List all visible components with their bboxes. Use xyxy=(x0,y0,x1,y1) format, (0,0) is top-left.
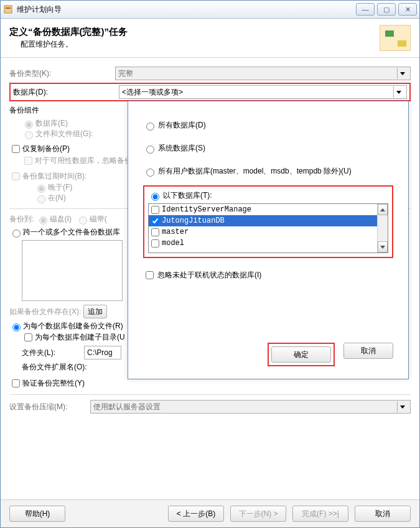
db-row: IdentityServerManage xyxy=(149,204,388,215)
header-title: 定义“备份数据库(完整)”任务 xyxy=(9,26,380,38)
expire-on-radio xyxy=(37,195,45,203)
disk-radio xyxy=(39,216,47,225)
minimize-button[interactable]: — xyxy=(356,3,375,16)
db-row: model xyxy=(149,238,388,249)
close-button[interactable]: ✕ xyxy=(398,3,417,16)
modal-cancel-button[interactable]: 取消 xyxy=(343,343,393,359)
tape-radio xyxy=(79,216,87,225)
these-db-radio[interactable] xyxy=(151,193,159,201)
db-row: master xyxy=(149,226,388,238)
all-db-radio[interactable] xyxy=(146,123,154,131)
chevron-down-icon xyxy=(397,68,408,79)
header-icon xyxy=(380,25,411,51)
header-subtitle: 配置维护任务。 xyxy=(21,39,380,50)
database-selector-dialog: 所有数据库(D) 系统数据库(S) 所有用户数据库(master、model、m… xyxy=(128,101,409,379)
sys-db-radio[interactable] xyxy=(146,146,154,154)
scrollbar[interactable] xyxy=(377,204,388,252)
user-db-radio[interactable] xyxy=(146,169,154,177)
per-db-dir-check[interactable] xyxy=(24,333,32,341)
db-check[interactable] xyxy=(151,206,159,214)
titlebar: 维护计划向导 — ▢ ✕ xyxy=(1,1,419,19)
backup-type-label: 备份类型(K): xyxy=(9,68,115,79)
app-icon xyxy=(3,4,13,14)
database-list[interactable]: IdentityServerManage JutongJituanDB mast… xyxy=(148,203,388,253)
svg-rect-0 xyxy=(4,6,12,13)
expire-check xyxy=(12,172,20,180)
compress-label: 设置备份压缩(M): xyxy=(9,402,90,412)
scroll-up-icon[interactable] xyxy=(378,204,388,215)
if-exists-label: 如果备份文件存在(X): xyxy=(9,307,81,317)
db-check[interactable] xyxy=(151,239,159,248)
ok-button[interactable]: 确定 xyxy=(271,346,331,363)
compress-combo: 使用默认服务器设置 xyxy=(90,400,411,414)
copy-only-check[interactable] xyxy=(12,145,20,153)
expire-after-radio xyxy=(37,185,45,193)
component-db-radio xyxy=(25,121,33,129)
verify-check[interactable] xyxy=(12,379,20,387)
window-title: 维护计划向导 xyxy=(17,4,356,15)
ext-label: 备份文件扩展名(O): xyxy=(22,362,87,373)
backup-to-label: 备份到: xyxy=(9,214,34,225)
database-combo[interactable]: <选择一项或多项> xyxy=(119,85,407,99)
folder-label: 文件夹(L): xyxy=(22,348,84,358)
files-list[interactable] xyxy=(22,240,123,301)
wizard-footer: 帮助(H) < 上一步(B) 下一步(N) > 完成(F) >>| 取消 xyxy=(1,499,419,527)
append-button[interactable]: 追加 xyxy=(83,305,107,318)
these-db-group: 以下数据库(T): IdentityServerManage JutongJit… xyxy=(143,185,393,258)
wizard-header: 定义“备份数据库(完整)”任务 配置维护任务。 xyxy=(1,19,419,58)
wizard-window: 维护计划向导 — ▢ ✕ 定义“备份数据库(完整)”任务 配置维护任务。 备份类… xyxy=(0,0,420,528)
cancel-button[interactable]: 取消 xyxy=(355,506,411,522)
per-db-file-radio[interactable] xyxy=(12,323,21,331)
db-row: JutongJituanDB xyxy=(149,215,388,226)
chevron-down-icon[interactable] xyxy=(393,86,404,98)
db-check[interactable] xyxy=(151,228,159,236)
back-button[interactable]: < 上一步(B) xyxy=(168,506,224,522)
finish-button: 完成(F) >>| xyxy=(292,506,348,522)
next-button: 下一步(N) > xyxy=(230,506,286,522)
backup-type-combo: 完整 xyxy=(115,67,411,80)
ignore-offline-check[interactable] xyxy=(146,271,154,279)
svg-rect-1 xyxy=(6,7,11,9)
maximize-button[interactable]: ▢ xyxy=(377,3,396,16)
window-buttons: — ▢ ✕ xyxy=(356,3,417,16)
copy-note-check xyxy=(24,157,32,165)
scroll-down-icon[interactable] xyxy=(378,241,388,252)
database-label: 数据库(D): xyxy=(13,87,119,98)
db-check[interactable] xyxy=(151,217,159,225)
folder-input[interactable] xyxy=(84,346,121,359)
help-button[interactable]: 帮助(H) xyxy=(9,506,65,522)
component-file-radio xyxy=(25,131,33,139)
chevron-down-icon xyxy=(397,401,408,412)
cross-files-radio[interactable] xyxy=(12,229,21,238)
